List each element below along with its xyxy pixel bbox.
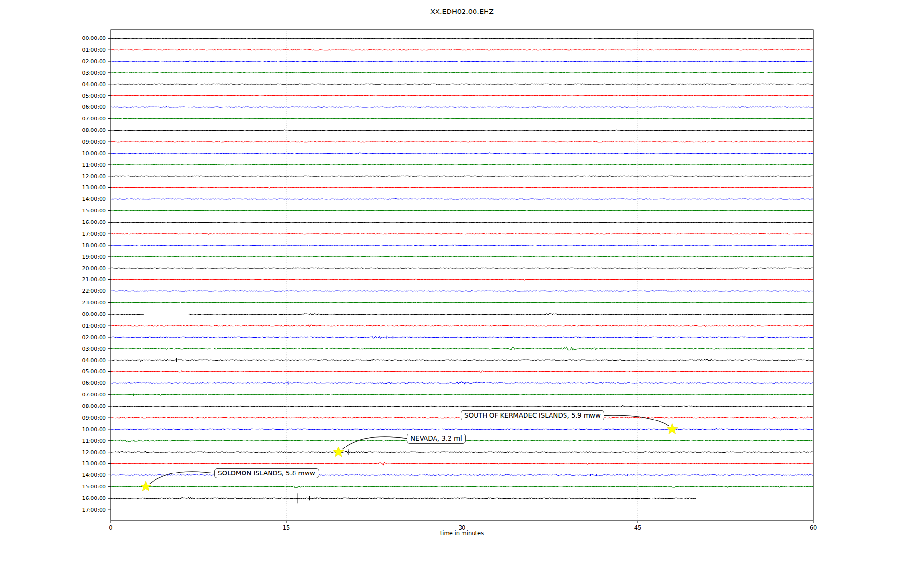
trace-row-7 (111, 118, 813, 119)
y-tick-label: 17:00:00 (82, 507, 106, 513)
event-annotation-nevada: NEVADA, 3.2 ml (407, 434, 466, 444)
y-tick-label: 07:00:00 (82, 392, 106, 398)
y-tick-label: 05:00:00 (82, 93, 106, 99)
y-tick-label: 20:00:00 (82, 265, 106, 272)
event-annotation-solomon: SOLOMON ISLANDS, 5.8 mww (214, 468, 319, 478)
y-tick-label: 02:00:00 (82, 58, 106, 65)
y-tick-label: 06:00:00 (82, 380, 106, 386)
trace-row-18 (111, 245, 813, 245)
axes-border (111, 30, 813, 521)
y-tick-label: 03:00:00 (82, 346, 106, 352)
trace-row-0 (111, 38, 813, 39)
trace-row-26 (111, 336, 813, 338)
y-tick-label: 18:00:00 (82, 242, 106, 249)
trace-row-20 (111, 268, 813, 269)
y-tick-label: 19:00:00 (82, 254, 106, 260)
y-tick-label: 15:00:00 (82, 484, 106, 490)
trace-row-12 (111, 176, 813, 177)
y-tick-label: 11:00:00 (82, 438, 106, 444)
y-tick-label: 12:00:00 (82, 449, 106, 456)
trace-row-29 (111, 371, 813, 372)
event-star-solomon (141, 481, 151, 491)
y-tick-label: 10:00:00 (82, 150, 106, 157)
y-tick-label: 08:00:00 (82, 127, 106, 133)
y-tick-label: 13:00:00 (82, 184, 106, 191)
y-tick-label: 22:00:00 (82, 288, 106, 294)
y-tick-label: 06:00:00 (82, 104, 106, 110)
y-tick-label: 03:00:00 (82, 70, 106, 76)
trace-row-19 (111, 256, 813, 257)
y-tick-label: 04:00:00 (82, 357, 106, 364)
y-tick-label: 14:00:00 (82, 472, 106, 478)
x-axis-label: time in minutes (111, 530, 813, 537)
y-tick-label: 01:00:00 (82, 47, 106, 53)
trace-row-9 (111, 142, 813, 142)
trace-row-32 (111, 405, 813, 407)
annotation-leader-nevada (342, 437, 407, 449)
y-tick-label: 04:00:00 (82, 81, 106, 88)
y-tick-label: 12:00:00 (82, 173, 106, 180)
y-tick-label: 01:00:00 (82, 323, 106, 329)
y-tick-label: 00:00:00 (82, 35, 106, 41)
trace-row-11 (111, 164, 813, 165)
trace-row-2 (111, 61, 813, 61)
annotation-leader-kermadec (604, 415, 669, 426)
y-tick-label: 11:00:00 (82, 162, 106, 168)
y-tick-label: 15:00:00 (82, 208, 106, 214)
trace-row-6 (111, 106, 813, 107)
trace-row-5 (111, 95, 813, 96)
trace-row-22 (111, 291, 813, 292)
y-tick-label: 05:00:00 (82, 368, 106, 375)
helicorder-plot: 00:00:0001:00:0002:00:0003:00:0004:00:00… (0, 0, 924, 578)
y-tick-label: 14:00:00 (82, 196, 106, 202)
trace-row-21 (111, 279, 813, 280)
trace-row-40 (111, 497, 696, 499)
event-annotation-kermadec: SOUTH OF KERMADEC ISLANDS, 5.9 mww (461, 410, 604, 420)
trace-row-3 (111, 72, 813, 73)
y-tick-label: 17:00:00 (82, 231, 106, 237)
trace-row-10 (111, 153, 813, 154)
trace-row-14 (111, 199, 813, 200)
y-tick-label: 21:00:00 (82, 276, 106, 283)
y-tick-label: 10:00:00 (82, 426, 106, 433)
trace-row-15 (111, 210, 813, 211)
trace-row-8 (111, 130, 813, 131)
trace-row-13 (111, 187, 813, 188)
y-tick-label: 07:00:00 (82, 116, 106, 122)
y-tick-label: 09:00:00 (82, 139, 106, 145)
y-tick-label: 08:00:00 (82, 403, 106, 409)
y-tick-label: 00:00:00 (82, 311, 106, 317)
y-tick-label: 09:00:00 (82, 415, 106, 421)
y-tick-label: 23:00:00 (82, 300, 106, 306)
event-star-kermadec (667, 423, 678, 434)
y-tick-label: 16:00:00 (82, 495, 106, 501)
trace-row-37 (111, 462, 813, 465)
y-tick-label: 16:00:00 (82, 219, 106, 225)
trace-row-4 (111, 84, 813, 84)
annotation-leader-solomon (150, 472, 214, 484)
seismogram-page: XX.EDH02.00.EHZ 00:00:0001:00:0002:00:00… (0, 0, 924, 578)
event-star-nevada (333, 447, 344, 457)
y-tick-label: 13:00:00 (82, 460, 106, 467)
y-tick-label: 02:00:00 (82, 334, 106, 341)
